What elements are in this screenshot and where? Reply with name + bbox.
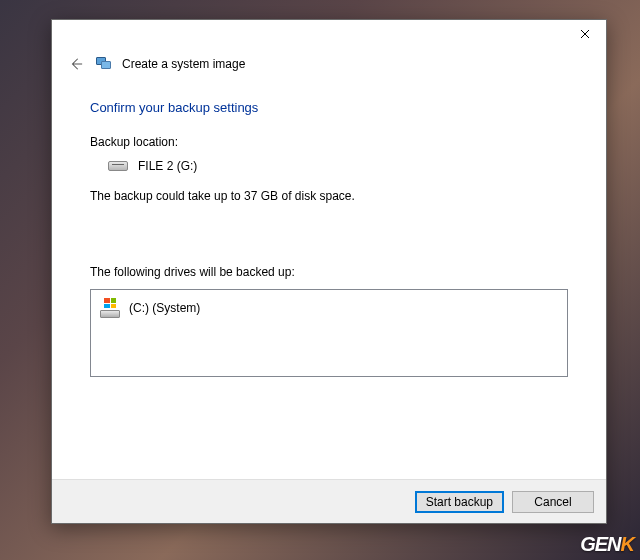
watermark-part1: GEN: [580, 533, 620, 555]
content-area: Confirm your backup settings Backup loca…: [52, 74, 606, 479]
list-item[interactable]: (C:) (System): [99, 296, 559, 320]
start-backup-button[interactable]: Start backup: [415, 491, 504, 513]
close-button[interactable]: [564, 20, 606, 48]
arrow-left-icon: [69, 57, 83, 71]
close-icon: [580, 29, 590, 39]
system-drive-icon: [99, 298, 121, 318]
space-requirement-text: The backup could take up to 37 GB of dis…: [90, 189, 568, 203]
header-row: Create a system image: [52, 50, 606, 74]
back-button[interactable]: [66, 54, 86, 74]
drives-list-label: The following drives will be backed up:: [90, 265, 568, 279]
backup-location-row: FILE 2 (G:): [108, 159, 568, 173]
cancel-button[interactable]: Cancel: [512, 491, 594, 513]
window-title: Create a system image: [122, 57, 245, 71]
drive-label: (C:) (System): [129, 301, 200, 315]
watermark-logo: GENK: [580, 533, 634, 556]
system-image-dialog: Create a system image Confirm your backu…: [51, 19, 607, 524]
backup-location-value: FILE 2 (G:): [138, 159, 197, 173]
titlebar: [52, 20, 606, 50]
drives-listbox[interactable]: (C:) (System): [90, 289, 568, 377]
watermark-part2: K: [621, 533, 634, 555]
page-heading: Confirm your backup settings: [90, 100, 568, 115]
button-bar: Start backup Cancel: [52, 479, 606, 523]
system-image-icon: [96, 56, 112, 72]
backup-location-label: Backup location:: [90, 135, 568, 149]
hard-drive-icon: [108, 159, 128, 173]
